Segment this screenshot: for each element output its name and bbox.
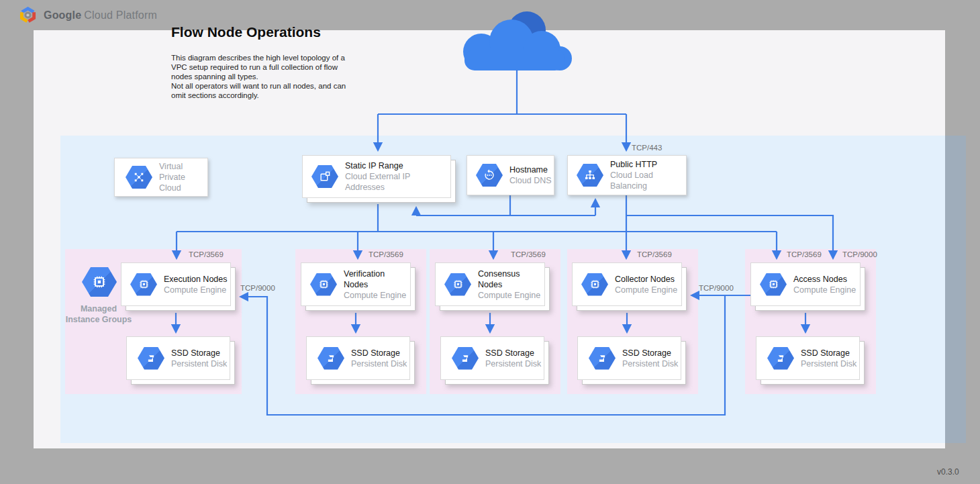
card-ssd-storage-verification: SSD Storage Persistent Disk [306, 336, 410, 380]
ssd-storage-subtitle: Persistent Disk [171, 358, 227, 369]
brand-cloud-platform: Cloud Platform [84, 9, 157, 21]
persistent-disk-icon [138, 347, 164, 370]
access-nodes-subtitle: Compute Engine [793, 285, 856, 295]
managed-instance-groups-label: Managed Instance Groups [64, 303, 134, 325]
card-access-nodes: Access Nodes Compute Engine [750, 262, 861, 306]
verification-nodes-title: Verification Nodes [344, 269, 410, 290]
card-collector-nodes: Collector Nodes Compute Engine [572, 262, 682, 306]
access-nodes-title: Access Nodes [793, 274, 856, 285]
gcp-architecture-diagram: GoogleCloud Platform Flow Node Operation… [0, 0, 980, 484]
hostname-title: Hostname [509, 164, 552, 175]
vpc-icon [126, 166, 152, 189]
public-http-title: Public HTTP [610, 159, 686, 170]
compute-engine-icon [310, 273, 337, 296]
page-title: Flow Node Operations [171, 24, 321, 40]
port-label-tcp9000-access-in: TCP/9000 [842, 250, 877, 258]
card-consensus-nodes: Consensus Nodes Compute Engine [435, 262, 545, 306]
card-verification-nodes: Verification Nodes Compute Engine [301, 262, 411, 306]
collector-nodes-title: Collector Nodes [615, 274, 677, 285]
version-label: v0.3.0 [937, 467, 959, 477]
card-virtual-private-cloud: Virtual Private Cloud [114, 158, 208, 197]
ssd-storage-subtitle: Persistent Disk [801, 358, 856, 369]
compute-engine-icon [130, 273, 157, 296]
collector-nodes-subtitle: Compute Engine [615, 285, 677, 295]
port-label-tcp3569-collector: TCP/3569 [637, 250, 672, 258]
ssd-storage-subtitle: Persistent Disk [622, 358, 678, 369]
card-hostname: Hostname Cloud DNS [467, 155, 554, 195]
ssd-storage-title: SSD Storage [485, 348, 541, 358]
persistent-disk-icon [767, 347, 794, 370]
consensus-nodes-subtitle: Compute Engine [478, 290, 544, 301]
port-label-tcp443: TCP/443 [632, 144, 662, 152]
vpc-card-title: Virtual [159, 161, 207, 172]
card-ssd-storage-execution: SSD Storage Persistent Disk [126, 336, 230, 380]
external-ip-icon [311, 165, 338, 188]
ssd-storage-subtitle: Persistent Disk [351, 358, 407, 369]
execution-nodes-title: Execution Nodes [164, 274, 228, 285]
vpc-card-subtitle: Private Cloud [159, 172, 207, 193]
hostname-subtitle: Cloud DNS [509, 175, 552, 186]
vpc-zone-overflow [945, 136, 966, 443]
static-ip-title: Static IP Range [345, 160, 450, 171]
compute-engine-icon [760, 273, 787, 296]
public-http-subtitle: Cloud Load Balancing [610, 170, 686, 191]
load-balancing-icon [577, 164, 603, 187]
card-ssd-storage-consensus: SSD Storage Persistent Disk [440, 336, 544, 380]
card-public-http: Public HTTP Cloud Load Balancing [567, 155, 687, 195]
execution-nodes-subtitle: Compute Engine [164, 285, 228, 295]
card-ssd-storage-collector: SSD Storage Persistent Disk [577, 336, 681, 380]
brand-google: Google [44, 9, 81, 21]
persistent-disk-icon [589, 347, 616, 370]
verification-nodes-subtitle: Compute Engine [344, 290, 410, 301]
page-description: This diagram describes the high level to… [171, 53, 359, 100]
persistent-disk-icon [317, 347, 344, 370]
port-label-tcp3569-access: TCP/3569 [787, 250, 822, 258]
compute-engine-icon [444, 273, 471, 296]
ssd-storage-title: SSD Storage [622, 348, 678, 358]
card-static-ip-range: Static IP Range Cloud External IP Addres… [302, 155, 451, 198]
port-label-tcp9000-execution: TCP/9000 [240, 284, 275, 292]
card-ssd-storage-access: SSD Storage Persistent Disk [756, 336, 860, 380]
ssd-storage-title: SSD Storage [171, 348, 227, 358]
consensus-nodes-title: Consensus Nodes [478, 269, 544, 290]
persistent-disk-icon [452, 347, 479, 370]
internet-cloud-icon [458, 9, 579, 77]
card-execution-nodes: Execution Nodes Compute Engine [121, 262, 231, 306]
compute-engine-icon [581, 273, 608, 296]
cloud-dns-icon [476, 164, 503, 187]
static-ip-subtitle: Cloud External IP Addresses [345, 171, 450, 193]
gcp-logo: GoogleCloud Platform [19, 7, 157, 23]
port-label-tcp3569-verification: TCP/3569 [369, 250, 403, 258]
ssd-storage-title: SSD Storage [351, 348, 407, 358]
brand-text: GoogleCloud Platform [44, 9, 157, 21]
gcp-hexagon-logo-icon [19, 7, 37, 23]
port-label-tcp3569-consensus: TCP/3569 [511, 250, 546, 258]
ssd-storage-title: SSD Storage [801, 348, 856, 358]
port-label-tcp9000-collector: TCP/9000 [699, 284, 734, 292]
ssd-storage-subtitle: Persistent Disk [485, 358, 541, 369]
port-label-tcp3569-execution: TCP/3569 [189, 250, 224, 258]
